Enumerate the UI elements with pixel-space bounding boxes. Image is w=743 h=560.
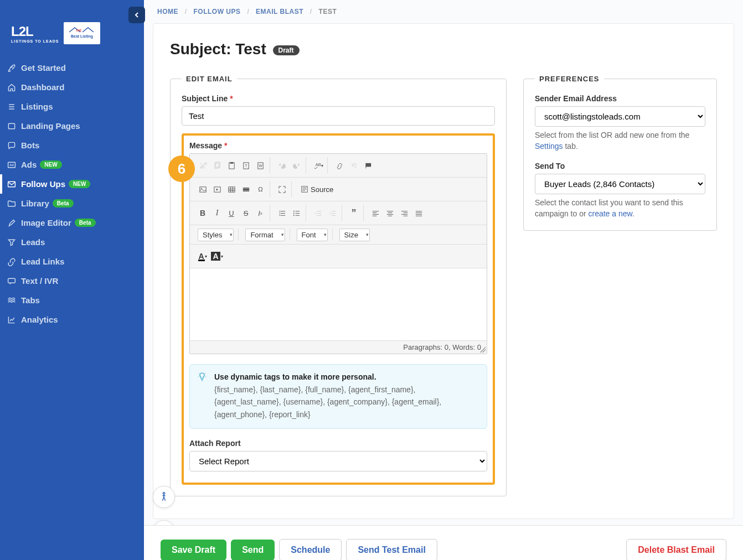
tabs-icon (7, 295, 17, 305)
logo-best-listing: Best ListingTHE (64, 22, 100, 44)
anchor-icon[interactable] (361, 158, 375, 173)
create-new-link[interactable]: create a new (589, 209, 632, 218)
breadcrumb-followups[interactable]: FOLLOW UPS (194, 8, 241, 15)
undo-icon[interactable] (275, 158, 289, 173)
svg-text:Best Listing: Best Listing (70, 34, 92, 39)
cut-icon[interactable] (195, 158, 210, 173)
font-select[interactable]: Font (297, 229, 328, 241)
sidebar-item-label: Ads (21, 160, 37, 169)
unlink-icon[interactable] (347, 158, 361, 173)
edit-email-fieldset: EDIT EMAIL Subject Line * 6 (170, 75, 507, 496)
text-color-icon[interactable]: A▾ (195, 249, 210, 263)
sidebar-item-image-editor[interactable]: Image EditorBeta (0, 213, 144, 232)
sidebar-item-library[interactable]: LibraryBeta (0, 194, 144, 213)
sidebar-item-bots[interactable]: Bots (0, 136, 144, 155)
square-icon (7, 121, 17, 131)
resize-handle[interactable] (480, 347, 486, 352)
align-center-icon[interactable] (383, 206, 397, 220)
align-left-icon[interactable] (368, 206, 383, 220)
styles-select[interactable]: Styles (198, 229, 234, 241)
sidebar-item-ads[interactable]: AdAdsNEW (0, 155, 144, 174)
embed-icon[interactable] (210, 182, 224, 196)
sidebar-item-text-ivr[interactable]: Text / IVR (0, 271, 144, 291)
breadcrumb-current: TEST (319, 8, 337, 15)
image-icon[interactable] (195, 182, 210, 196)
send-to-select[interactable]: Buyer Leads (2,846 Contacts) (535, 174, 705, 194)
editor-statusbar: Paragraphs: 0, Words: 0 (190, 340, 487, 354)
editor-body[interactable] (190, 268, 487, 340)
footer-bar: Save Draft Send Schedule Send Test Email… (144, 525, 743, 560)
copy-icon[interactable] (210, 158, 224, 173)
strikethrough-icon[interactable]: S (239, 206, 253, 220)
attach-report-select[interactable]: Select Report (189, 451, 487, 471)
save-draft-button[interactable]: Save Draft (161, 540, 226, 560)
bullet-list-icon[interactable] (289, 206, 303, 220)
sidebar-item-follow-ups[interactable]: Follow UpsNEW (0, 174, 144, 194)
spellcheck-icon[interactable]: ABC▾ (311, 158, 325, 173)
delete-blast-button[interactable]: Delete Blast Email (626, 539, 726, 560)
table-icon[interactable] (224, 182, 239, 196)
sidebar-item-get-started[interactable]: Get Started (0, 58, 144, 77)
draft-badge: Draft (273, 45, 300, 55)
underline-icon[interactable]: U (224, 206, 239, 220)
paste-text-icon[interactable]: T (239, 158, 253, 173)
blockquote-icon[interactable]: ” (347, 206, 361, 220)
sidebar-item-dashboard[interactable]: Dashboard (0, 77, 144, 97)
sidebar-item-label: Image Editor (21, 218, 71, 227)
bold-icon[interactable]: B (195, 206, 210, 220)
size-select[interactable]: Size (339, 229, 370, 241)
sidebar-item-leads[interactable]: Leads (0, 232, 144, 252)
sidebar-collapse-button[interactable] (128, 7, 145, 23)
sender-email-select[interactable]: scott@listingstoleads.com (535, 106, 705, 127)
paste-word-icon[interactable]: W (253, 158, 267, 173)
svg-text:Ω: Ω (258, 186, 262, 193)
format-select[interactable]: Format (245, 229, 285, 241)
settings-link[interactable]: Settings (535, 142, 563, 151)
sidebar-badge: NEW (69, 180, 90, 188)
sidebar-item-label: Dashboard (21, 82, 64, 92)
dynamic-tags-tip: Use dynamic tags to make it more persona… (189, 364, 487, 429)
outdent-icon[interactable] (311, 206, 325, 220)
schedule-button[interactable]: Schedule (279, 539, 342, 560)
rich-text-editor: T W ABC▾ (189, 153, 487, 354)
link-icon[interactable] (332, 158, 347, 173)
breadcrumb-emailblast[interactable]: EMAIL BLAST (256, 8, 303, 15)
sendto-help-text: Select the contact list you want to send… (535, 198, 705, 219)
send-test-button[interactable]: Send Test Email (346, 539, 437, 560)
special-char-icon[interactable]: Ω (253, 182, 267, 196)
italic-icon[interactable]: I (210, 206, 224, 220)
highlight-step-box: 6 Message * (182, 133, 495, 485)
attach-report-label: Attach Report (189, 439, 487, 448)
source-button[interactable]: Source (296, 184, 338, 195)
svg-text:THE: THE (76, 29, 82, 32)
svg-rect-17 (199, 186, 205, 191)
edit-email-legend: EDIT EMAIL (182, 75, 237, 83)
sidebar-item-label: Bots (21, 141, 39, 150)
walkthrough-button[interactable] (153, 486, 175, 508)
numbered-list-icon[interactable]: 123 (275, 206, 289, 220)
send-button[interactable]: Send (231, 540, 275, 560)
sidebar-item-label: Tabs (21, 295, 40, 305)
breadcrumb-home[interactable]: HOME (157, 8, 178, 15)
home-icon (7, 82, 17, 92)
redo-icon[interactable] (289, 158, 303, 173)
align-justify-icon[interactable] (411, 206, 426, 220)
sidebar-item-landing-pages[interactable]: Landing Pages (0, 116, 144, 136)
bg-color-icon[interactable]: A▾ (210, 249, 224, 263)
subject-line-input[interactable] (182, 106, 495, 126)
maximize-icon[interactable] (275, 182, 289, 196)
remove-format-icon[interactable]: Ix (253, 206, 267, 220)
sidebar-item-tabs[interactable]: Tabs (0, 291, 144, 310)
align-right-icon[interactable] (397, 206, 411, 220)
svg-text:ABC: ABC (315, 162, 321, 167)
sidebar-badge: NEW (40, 160, 61, 169)
svg-rect-20 (228, 186, 234, 191)
sidebar-item-analytics[interactable]: Analytics (0, 310, 144, 329)
sidebar-badge: Beta (75, 219, 96, 227)
sidebar-item-label: Analytics (21, 315, 58, 324)
indent-icon[interactable] (325, 206, 339, 220)
hr-icon[interactable] (239, 182, 253, 196)
sidebar-item-listings[interactable]: Listings (0, 97, 144, 116)
sidebar-item-lead-links[interactable]: Lead Links (0, 252, 144, 271)
paste-icon[interactable] (224, 158, 239, 173)
